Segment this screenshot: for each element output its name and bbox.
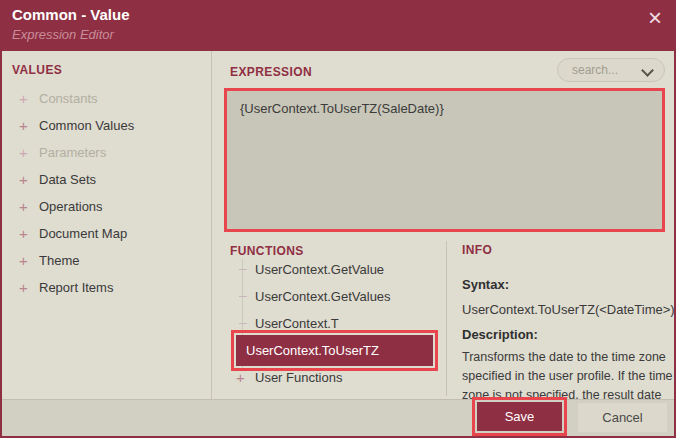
sidebar-item-constants[interactable]: +Constants: [2, 85, 211, 112]
expand-plus-icon[interactable]: +: [19, 253, 39, 268]
expression-input[interactable]: {UserContext.ToUserTZ(SaleDate)}: [227, 91, 662, 126]
syntax-value: UserContext.ToUserTZ(<DateTime>): [462, 302, 674, 317]
search-dropdown[interactable]: search...: [557, 58, 665, 82]
expand-plus-icon[interactable]: +: [19, 226, 39, 241]
description-label: Description:: [462, 327, 674, 342]
expression-header: EXPRESSION: [230, 65, 312, 79]
sidebar-item-label: Theme: [39, 253, 79, 268]
function-item-label: UserContext.GetValues: [255, 289, 391, 304]
function-item-label: User Functions: [255, 370, 342, 385]
sidebar-item-label: Report Items: [39, 280, 113, 295]
sidebar-item-label: Parameters: [39, 145, 106, 160]
highlight-save-button: Save: [472, 397, 567, 436]
sidebar-item-label: Common Values: [39, 118, 134, 133]
sidebar-item-document-map[interactable]: +Document Map: [2, 220, 211, 247]
chevron-down-icon: [641, 64, 654, 77]
sidebar-item-theme[interactable]: +Theme: [2, 247, 211, 274]
dialog-title: Common - Value: [12, 6, 130, 23]
sidebar-item-parameters[interactable]: +Parameters: [2, 139, 211, 166]
function-item-label: UserContext.T: [255, 316, 339, 331]
values-panel-header: VALUES: [12, 63, 211, 77]
function-item-usercontext-tousertz[interactable]: UserContext.ToUserTZ: [236, 335, 433, 366]
expand-plus-icon[interactable]: +: [236, 370, 245, 385]
expand-plus-icon[interactable]: +: [19, 280, 39, 295]
sidebar-item-label: Operations: [39, 199, 103, 214]
expand-plus-icon[interactable]: +: [19, 145, 39, 160]
function-item-usercontext-getvalues[interactable]: UserContext.GetValues: [213, 283, 443, 310]
dialog-subtitle: Expression Editor: [12, 27, 114, 42]
expression-panel: EXPRESSION search... {UserContext.ToUser…: [213, 51, 674, 400]
sidebar-item-label: Constants: [39, 91, 98, 106]
info-header: INFO: [462, 243, 674, 257]
close-icon[interactable]: ×: [648, 4, 662, 32]
dialog-footer: Save Cancel: [2, 399, 674, 436]
highlight-expression-box: {UserContext.ToUserTZ(SaleDate)}: [224, 88, 665, 232]
save-button[interactable]: Save: [477, 402, 562, 431]
info-divider: [446, 241, 447, 396]
sidebar-item-data-sets[interactable]: +Data Sets: [2, 166, 211, 193]
sidebar-item-operations[interactable]: +Operations: [2, 193, 211, 220]
sidebar-item-report-items[interactable]: +Report Items: [2, 274, 211, 301]
syntax-label: Syntax:: [462, 277, 674, 292]
sidebar-item-label: Document Map: [39, 226, 127, 241]
cancel-button[interactable]: Cancel: [578, 403, 667, 432]
values-panel: VALUES +Constants+Common Values+Paramete…: [2, 51, 212, 400]
search-placeholder: search...: [572, 63, 618, 77]
function-item-label: UserContext.GetValue: [255, 262, 384, 277]
function-item-usercontext-getvalue[interactable]: UserContext.GetValue: [213, 256, 443, 283]
expand-plus-icon[interactable]: +: [19, 118, 39, 133]
expand-plus-icon[interactable]: +: [19, 91, 39, 106]
values-tree: +Constants+Common Values+Parameters+Data…: [2, 85, 211, 301]
sidebar-item-label: Data Sets: [39, 172, 96, 187]
expand-plus-icon[interactable]: +: [19, 199, 39, 214]
expand-plus-icon[interactable]: +: [19, 172, 39, 187]
dialog-titlebar: Common - Value Expression Editor ×: [0, 0, 676, 51]
sidebar-item-common-values[interactable]: +Common Values: [2, 112, 211, 139]
function-item-user-functions[interactable]: +User Functions: [213, 364, 443, 391]
